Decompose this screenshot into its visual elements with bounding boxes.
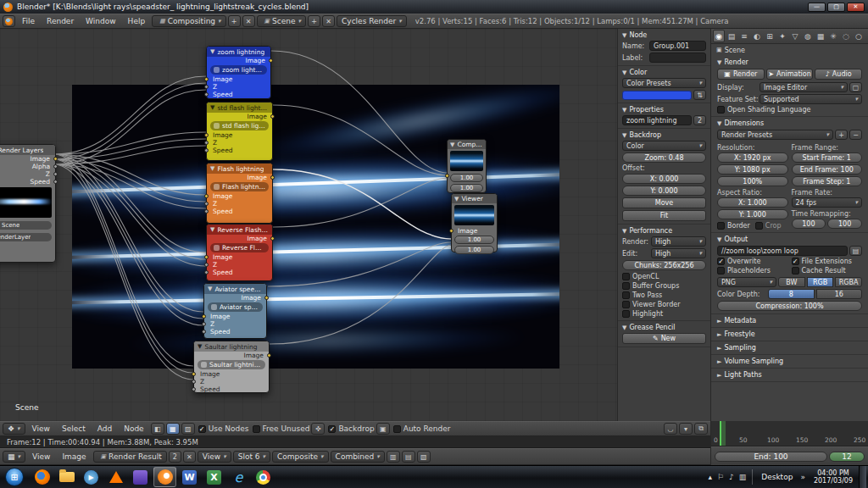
taskbar-clock[interactable]: 04:00 PM2017/03/09 [814,469,853,485]
node-editor-canvas[interactable]: ▼Render Layers Image Alpha Z Speed Scene… [0,29,617,421]
input-socket-speed[interactable] [204,270,209,274]
node-viewer[interactable]: ▼Viewer Image 1.00 1.00 [451,193,498,252]
preset-add-button[interactable]: + [835,130,848,140]
output-socket-image[interactable] [264,296,269,300]
menu-add[interactable]: Add [92,424,117,433]
show-desktop-button[interactable] [859,466,866,488]
node-header[interactable]: ▼Composite [448,140,486,149]
view-mode-select[interactable]: View▾ [198,451,231,463]
viewer-value[interactable]: 1.00 [454,246,494,254]
blender-menu-button[interactable] [3,15,15,27]
volume-icon[interactable]: ♪ [729,473,734,481]
image-users-badge[interactable]: 2 [169,451,181,463]
lock-interface-button[interactable]: ▢ [849,82,862,92]
maximize-button[interactable]: ▢ [827,3,845,12]
node-aviator-speedster[interactable]: ▼Aviator speedster Image Aviator speedst… [203,283,267,339]
border-checkbox[interactable]: Border [717,222,750,230]
color-mode-rgba[interactable]: RGBA [835,277,862,287]
tab-scene[interactable]: ≡ [738,30,750,42]
backdrop-fit-button[interactable]: Fit [622,210,706,221]
tab-material[interactable]: ▦ [815,30,826,42]
backdrop-move-button[interactable]: Move [622,197,706,208]
tab-physics[interactable]: ○ [853,30,865,42]
photos-icon[interactable] [129,467,152,487]
audio-button[interactable]: ♪Audio [815,69,862,80]
media-player-icon[interactable]: ▶ [80,467,103,487]
color-depth-8[interactable]: 8 [768,289,815,299]
use-nodes-checkbox[interactable]: ✓Use Nodes [198,424,249,433]
frame-step[interactable]: Frame Step: 1 [792,176,863,186]
backdrop-channels-button[interactable]: ▣ [376,423,390,435]
menu-help[interactable]: Help [123,17,151,25]
file-extensions-checkbox[interactable]: ✓File Extensions [792,258,863,265]
tab-render-layers[interactable]: ▤ [726,30,737,42]
resolution-y[interactable]: Y: 1080 px [717,164,788,175]
excel-icon[interactable]: X [203,467,225,487]
input-socket-speed[interactable] [204,209,209,214]
tree-type-compositing-button[interactable]: ▦ [166,423,180,435]
node-group-datablock-field[interactable]: zoom lightning [622,115,692,125]
panel-header[interactable]: ►Sampling [717,344,862,352]
node-group-datablock[interactable]: zoom lightning [210,65,267,75]
node-header[interactable]: ▼Render Layers [0,145,55,155]
backdrop-channels-select[interactable]: Color▾ [622,141,706,151]
menu-view[interactable]: View [27,424,55,433]
file-format-select[interactable]: PNG▾ [717,277,776,287]
menu-select[interactable]: Select [57,424,91,433]
placeholders-checkbox[interactable]: Placeholders [717,267,788,274]
slot-select[interactable]: Slot 6▾ [233,451,270,463]
time-remap-new[interactable]: 100 [827,219,862,229]
pin-icon[interactable]: ✜ [311,423,325,435]
preset-remove-button[interactable]: − [849,130,862,140]
input-socket-speed[interactable] [192,387,196,391]
aspect-x[interactable]: X: 1.000 [717,197,788,208]
output-socket-image[interactable] [270,175,275,180]
output-socket-z[interactable] [53,172,58,176]
channel-alpha-button[interactable]: ▤ [402,451,415,463]
node-color-swatch[interactable] [622,91,692,100]
tab-render[interactable]: ◉ [713,30,725,42]
node-group-datablock[interactable]: Reverse Flash lightning [210,243,269,252]
toolbar-chevron-icon[interactable]: » [800,473,805,481]
animation-button[interactable]: ➤Animation [766,69,814,80]
layout-add-button[interactable]: + [228,15,241,27]
color-depth-16[interactable]: 16 [816,289,863,299]
input-socket-image[interactable] [192,372,196,376]
node-header[interactable]: ▼std flash lightning [207,103,272,113]
input-socket-image[interactable] [202,314,206,319]
node-composite[interactable]: ▼Composite 1.00 1.00 [447,139,487,193]
input-socket-image[interactable] [204,255,209,259]
output-socket-alpha[interactable] [53,164,58,169]
render-layer-select[interactable]: Composite▾ [272,451,329,463]
backdrop-zoom-slider[interactable]: Zoom: 0.48 [622,152,706,163]
timeline-playhead[interactable] [720,421,726,446]
node-group-datablock[interactable]: std flash lightning [210,121,269,130]
node-reverse-flash-lightning[interactable]: ▼Reverse Flash lightning Image Reverse F… [206,224,273,281]
layout-delete-button[interactable]: ✕ [242,15,255,27]
panel-header[interactable]: ▼Output [717,236,862,243]
color-presets-select[interactable]: Color Presets▾ [622,78,706,88]
performance-edit-select[interactable]: High▾ [651,248,706,258]
panel-header[interactable]: ▼Render [717,58,862,66]
timeline-ruler[interactable]: 0 50 100 150 200 250 [711,421,868,446]
node-flash-lightning[interactable]: ▼Flash lightning Image Flash lightning I… [206,163,273,224]
backdrop-checkbox[interactable]: ✓Backdrop [328,424,374,433]
composite-value[interactable]: 1.00 [450,184,483,192]
resolution-percentage[interactable]: 100% [717,176,788,186]
viewer-value[interactable]: 1.00 [454,236,494,244]
frame-rate-select[interactable]: 24 fps▾ [792,197,863,208]
cache-result-checkbox[interactable]: Cache Result [792,267,863,274]
tray-flag-icon[interactable]: ⚐ [717,473,724,481]
end-frame-field[interactable]: End: 100 [715,452,827,462]
compression-slider[interactable]: Compression: 100% [717,301,862,311]
scene-field[interactable]: Scene [0,221,52,230]
color-mode-rgb[interactable]: RGB [807,277,834,287]
node-render-layers[interactable]: ▼Render Layers Image Alpha Z Speed Scene… [0,144,56,263]
overwrite-checkbox[interactable]: ✓Overwrite [717,258,788,265]
firefox-icon[interactable] [31,467,53,487]
copy-icon[interactable]: ⧉ [694,423,708,435]
backdrop-offset-y[interactable]: Y: 0.000 [622,186,706,196]
node-label-field[interactable] [649,53,706,63]
render-pass-select[interactable]: Combined▾ [331,451,385,463]
panel-header[interactable]: ▼Backdrop [622,131,706,139]
